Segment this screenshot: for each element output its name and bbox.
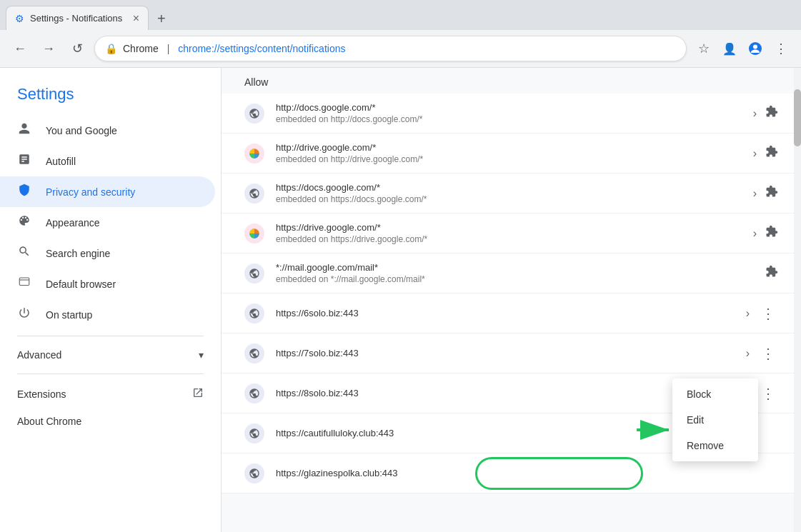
address-bar: ← → ↺ 🔒 Chrome | chrome://settings/conte… (0, 30, 801, 67)
address-url: chrome://settings/content/notifications (178, 43, 345, 54)
site-embedded-2: embedded on https://docs.google.com/* (276, 194, 745, 204)
sidebar-label-privacy: Privacy and security (46, 186, 135, 198)
tab-close-button[interactable]: × (133, 12, 139, 25)
back-button[interactable]: ← (9, 37, 31, 60)
sidebar-item-on-startup[interactable]: On startup (0, 299, 215, 330)
about-chrome-label: About Chrome (17, 416, 81, 427)
site-more-7[interactable]: ⋮ (758, 382, 778, 405)
site-actions-2: › (750, 184, 778, 203)
sidebar-divider-1 (17, 336, 204, 336)
sidebar-label-default-browser: Default browser (46, 278, 116, 290)
extensions-label: Extensions (17, 388, 66, 400)
sidebar-about-chrome[interactable]: About Chrome (0, 408, 221, 434)
site-globe-icon-5 (244, 303, 264, 323)
site-url-1: http://drive.google.com/* (276, 142, 745, 153)
context-menu-edit[interactable]: Edit (672, 407, 758, 433)
sidebar-item-search-engine[interactable]: Search engine (0, 238, 215, 268)
refresh-button[interactable]: ↺ (66, 37, 89, 60)
site-info-7: https://8solo.biz:443 (276, 388, 737, 398)
browser-right-icons: ☆ 👤 ⋮ (692, 37, 792, 60)
main-layout: Settings You and Google Autofill Privacy… (0, 68, 801, 532)
site-actions-1: › (750, 144, 778, 163)
site-globe-icon-6 (244, 343, 264, 363)
site-info-2: https://docs.google.com/* embedded on ht… (276, 182, 745, 204)
browser-chrome: ⚙ Settings - Notifications × + ← → ↺ 🔒 C… (0, 0, 801, 68)
shield-icon (17, 184, 31, 200)
bookmark-button[interactable]: ☆ (692, 37, 715, 60)
browser-icon (17, 276, 31, 292)
address-lock-icon: 🔒 (105, 43, 117, 54)
site-globe-icon-9 (244, 463, 264, 483)
site-info-3: https://drive.google.com/* embedded on h… (276, 222, 745, 244)
site-url-9: https://glazinespolka.club:443 (276, 468, 778, 478)
site-actions-0: › (750, 104, 778, 123)
site-info-9: https://glazinespolka.club:443 (276, 468, 778, 478)
site-embedded-3: embedded on https://drive.google.com/* (276, 234, 745, 244)
allow-section-label: Allow (222, 68, 801, 94)
tab-title: Settings - Notifications (30, 13, 127, 24)
site-chevron-0[interactable]: › (750, 104, 760, 123)
context-menu-remove[interactable]: Remove (672, 433, 758, 458)
sidebar-label-on-startup: On startup (46, 309, 92, 321)
site-info-4: *://mail.google.com/mail* embedded on *:… (276, 262, 760, 284)
site-chevron-2[interactable]: › (750, 184, 760, 203)
sidebar-label-appearance: Appearance (46, 217, 100, 229)
site-info-5: https://6solo.biz:443 (276, 308, 737, 318)
site-embedded-0: embedded on http://docs.google.com/* (276, 114, 745, 124)
site-item-1: http://drive.google.com/* embedded on ht… (222, 134, 801, 174)
forward-button[interactable]: → (37, 37, 60, 60)
site-chevron-3[interactable]: › (750, 224, 760, 243)
sidebar-item-autofill[interactable]: Autofill (0, 146, 215, 176)
new-tab-button[interactable]: + (151, 8, 171, 30)
site-puzzle-3 (765, 225, 778, 241)
site-item-2: https://docs.google.com/* embedded on ht… (222, 174, 801, 214)
svg-rect-1 (19, 278, 29, 286)
tab-settings-icon: ⚙ (15, 13, 24, 24)
site-url-4: *://mail.google.com/mail* (276, 262, 760, 273)
site-actions-6: › ⋮ (743, 342, 778, 365)
site-puzzle-4 (765, 265, 778, 281)
person-icon (17, 122, 31, 139)
site-puzzle-2 (765, 185, 778, 201)
sidebar-item-default-browser[interactable]: Default browser (0, 268, 215, 299)
site-chevron-5[interactable]: › (743, 304, 752, 323)
sidebar-item-you-and-google[interactable]: You and Google (0, 115, 215, 146)
address-input[interactable]: 🔒 Chrome | chrome://settings/content/not… (94, 36, 687, 61)
site-globe-icon-4 (244, 264, 264, 283)
sidebar-item-appearance[interactable]: Appearance (0, 207, 215, 238)
site-more-5[interactable]: ⋮ (758, 302, 778, 325)
sidebar-advanced-section[interactable]: Advanced ▾ (0, 342, 221, 368)
tab-bar: ⚙ Settings - Notifications × + (0, 0, 801, 30)
site-item-4: *://mail.google.com/mail* embedded on *:… (222, 254, 801, 293)
site-info-0: http://docs.google.com/* embedded on htt… (276, 102, 745, 124)
sidebar-label-autofill: Autofill (46, 156, 76, 167)
scrollbar-track[interactable] (794, 68, 801, 532)
site-chevron-6[interactable]: › (743, 344, 752, 363)
site-url-0: http://docs.google.com/* (276, 102, 745, 113)
external-link-icon (192, 387, 204, 401)
sidebar-extensions[interactable]: Extensions (0, 380, 221, 408)
autofill-icon (17, 153, 31, 169)
site-more-6[interactable]: ⋮ (758, 342, 778, 365)
context-menu: Block Edit Remove (672, 378, 758, 461)
site-embedded-1: embedded on http://drive.google.com/* (276, 154, 745, 164)
chrome-menu-button[interactable]: ⋮ (770, 37, 792, 60)
site-info-1: http://drive.google.com/* embedded on ht… (276, 142, 745, 164)
site-color-icon-3 (244, 224, 264, 244)
site-embedded-4: embedded on *://mail.google.com/mail* (276, 274, 760, 284)
address-separator: | (164, 43, 172, 54)
site-globe-icon-0 (244, 104, 264, 124)
profile-icon[interactable]: 👤 (718, 37, 741, 60)
site-puzzle-1 (765, 145, 778, 161)
site-puzzle-0 (765, 105, 778, 121)
scrollbar-thumb[interactable] (794, 89, 801, 146)
sidebar-label-search: Search engine (46, 248, 110, 259)
context-menu-block[interactable]: Block (672, 381, 758, 407)
active-tab[interactable]: ⚙ Settings - Notifications × (6, 6, 149, 30)
search-icon (17, 245, 31, 261)
sidebar-item-privacy[interactable]: Privacy and security (0, 176, 215, 207)
address-domain: Chrome (123, 43, 159, 54)
site-chevron-1[interactable]: › (750, 144, 760, 163)
account-button[interactable] (744, 37, 767, 60)
power-icon (17, 306, 31, 323)
